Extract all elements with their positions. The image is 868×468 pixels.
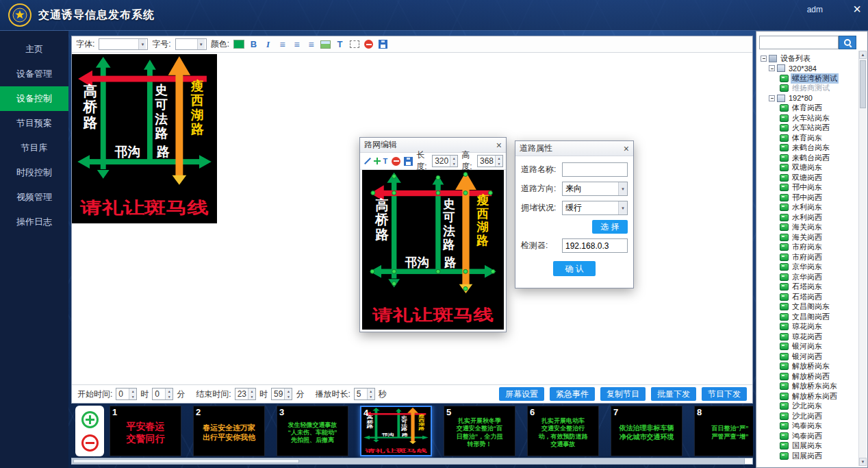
collapse-icon[interactable] [769, 95, 775, 101]
tree-device[interactable]: 邗中岗东 [759, 183, 857, 193]
step-up-icon[interactable]: ▲ [368, 389, 374, 394]
start-hour-stepper[interactable]: 0▲▼ [116, 388, 137, 400]
tree-device[interactable]: 石塔岗东 [759, 282, 857, 293]
tree-device[interactable]: 文昌阁岗西 [759, 312, 857, 322]
align-right-icon[interactable]: ≡ [306, 39, 316, 49]
sidebar-item[interactable]: 操作日志 [0, 210, 68, 234]
step-up-icon[interactable]: ▲ [248, 389, 255, 394]
font-select[interactable]: ▼ [99, 38, 148, 50]
tree-device[interactable]: 螺丝湾桥测试 [759, 73, 857, 84]
sidebar-item[interactable]: 节目库 [0, 136, 68, 160]
scroll-down-icon[interactable]: ▼ [859, 458, 867, 466]
height-stepper[interactable]: 368▲▼ [477, 155, 503, 167]
action-button[interactable]: 复制节目 [600, 387, 646, 401]
playlist-thumb[interactable]: 8百日整治“严”严管严查“增” [694, 406, 753, 456]
tree-device[interactable]: 鸿泰岗东 [759, 421, 857, 432]
tree-device[interactable]: 海关岗东 [759, 223, 857, 233]
duration-stepper[interactable]: 5▲▼ [354, 388, 375, 400]
tree-device[interactable]: 市府岗西 [759, 252, 857, 262]
tree-device[interactable]: 邗中岗西 [759, 193, 857, 203]
sidebar-item[interactable]: 主页 [0, 37, 68, 62]
tree-device[interactable]: 双塘岗西 [759, 173, 857, 183]
insert-image-icon[interactable] [320, 40, 331, 49]
tree-device[interactable]: 来鹤台岗西 [759, 153, 857, 163]
sidebar-item[interactable]: 设备控制 [0, 86, 68, 111]
draw-line-icon[interactable] [363, 156, 369, 166]
end-minute-stepper[interactable]: 59▲▼ [271, 388, 292, 400]
road-name-input[interactable] [562, 162, 628, 177]
add-program-button[interactable] [81, 411, 99, 428]
road-direction-select[interactable]: 来向 ▼ [562, 182, 628, 196]
search-button[interactable] [839, 36, 856, 49]
tree-device[interactable]: 解放桥东岗西 [759, 391, 857, 402]
save-icon[interactable] [404, 157, 413, 166]
tree-device[interactable]: 水利岗东 [759, 203, 857, 213]
tree-scrollbar[interactable]: ▲ ▼ [858, 51, 867, 466]
save-icon[interactable] [379, 40, 387, 49]
step-down-icon[interactable]: ▼ [450, 161, 457, 167]
congestion-select[interactable]: 缓行 ▼ [562, 201, 628, 215]
move-tool-icon[interactable] [372, 156, 379, 166]
select-button[interactable]: 选 择 [592, 220, 628, 234]
close-icon[interactable]: × [496, 140, 502, 150]
user-label[interactable]: adm [807, 5, 823, 14]
horizontal-scrollbar[interactable] [71, 458, 753, 465]
tree-device[interactable]: 火车站岗东 [759, 113, 857, 123]
road-editor-canvas[interactable]: 高桥路史可法路瘦西湖路邗沟路请礼让斑马线 [362, 170, 504, 330]
sidebar-item[interactable]: 节目预案 [0, 111, 68, 136]
tree-device[interactable]: 解放桥东岗东 [759, 382, 857, 392]
confirm-button[interactable]: 确 认 [553, 261, 596, 276]
step-up-icon[interactable]: ▲ [496, 156, 502, 161]
tree-device[interactable]: 银河岗西 [759, 352, 857, 362]
align-left-icon[interactable]: ≡ [277, 39, 288, 49]
playlist-thumb[interactable]: 6扎实开展电动车交通安全整治行动，有效预防道路交通事故 [527, 406, 599, 456]
tree-device[interactable]: 解放桥岗东 [759, 362, 857, 372]
tree-device[interactable]: 国展岗东 [759, 441, 857, 452]
tree-root[interactable]: 设备列表 [759, 53, 857, 64]
step-up-icon[interactable]: ▲ [129, 389, 136, 394]
text-tool-icon[interactable]: T [335, 39, 345, 49]
sign-preview[interactable]: 高桥路史可法路瘦西湖路邗沟路请礼让斑马线 [72, 54, 217, 223]
tree-group[interactable]: 320*384 [759, 64, 857, 74]
step-down-icon[interactable]: ▼ [496, 161, 502, 167]
tree-device[interactable]: 京华岗东 [759, 262, 857, 273]
stop-icon[interactable] [364, 40, 373, 49]
align-center-icon[interactable]: ≡ [292, 39, 302, 49]
step-down-icon[interactable]: ▼ [248, 394, 255, 399]
remove-program-button[interactable] [81, 434, 99, 452]
step-up-icon[interactable]: ▲ [166, 389, 173, 394]
action-button[interactable]: 紧急事件 [550, 387, 595, 401]
scrollbar-thumb[interactable] [860, 60, 866, 108]
tree-device[interactable]: 琼花岗东 [759, 322, 857, 332]
scrollbar-thumb[interactable] [73, 459, 299, 463]
sidebar-item[interactable]: 视频管理 [0, 185, 68, 210]
playlist-thumb[interactable]: 7依法治理非标车辆净化城市交通环境 [611, 406, 682, 456]
playlist-thumb[interactable]: 1平安春运交警同行 [110, 406, 181, 456]
text-tool-icon[interactable]: T [382, 156, 388, 166]
detector-input[interactable] [562, 238, 628, 253]
sidebar-item[interactable]: 时段控制 [0, 160, 68, 185]
tree-device[interactable]: 维扬商测试 [759, 84, 857, 94]
step-down-icon[interactable]: ▼ [368, 394, 374, 399]
tree-device[interactable]: 体育岗西 [759, 103, 857, 114]
marquee-icon[interactable] [350, 40, 359, 48]
scroll-up-icon[interactable]: ▲ [859, 51, 867, 59]
dialog-titlebar[interactable]: 道路属性 × [515, 141, 633, 156]
tree-device[interactable]: 鸿泰岗西 [759, 431, 857, 441]
playlist-thumb[interactable]: 4高桥路史可法路瘦西湖路邗沟路请礼让斑马线 [360, 406, 432, 456]
sidebar-item[interactable]: 设备管理 [0, 62, 68, 86]
tree-device[interactable]: 来鹤台岗东 [759, 143, 857, 153]
tree-device[interactable]: 石塔岗西 [759, 292, 857, 302]
tree-device[interactable]: 双塘岗东 [759, 163, 857, 173]
action-button[interactable]: 节目下发 [702, 387, 747, 401]
tree-device[interactable]: 银河岗东 [759, 342, 857, 352]
start-minute-stepper[interactable]: 0▲▼ [152, 388, 173, 400]
italic-button[interactable]: I [263, 39, 273, 49]
action-button[interactable]: 批量下发 [651, 387, 696, 401]
tree-device[interactable]: 解放桥岗西 [759, 371, 857, 382]
action-button[interactable]: 屏幕设置 [499, 387, 544, 401]
color-swatch[interactable] [233, 40, 244, 49]
playlist-thumb[interactable]: 2春运安全连万家出行平安你我他 [193, 406, 265, 456]
playlist-thumb[interactable]: 3发生轻微交通事故“人未伤、车能动”先拍照、后撤离 [277, 406, 348, 456]
tree-device[interactable]: 琼花岗西 [759, 332, 857, 342]
